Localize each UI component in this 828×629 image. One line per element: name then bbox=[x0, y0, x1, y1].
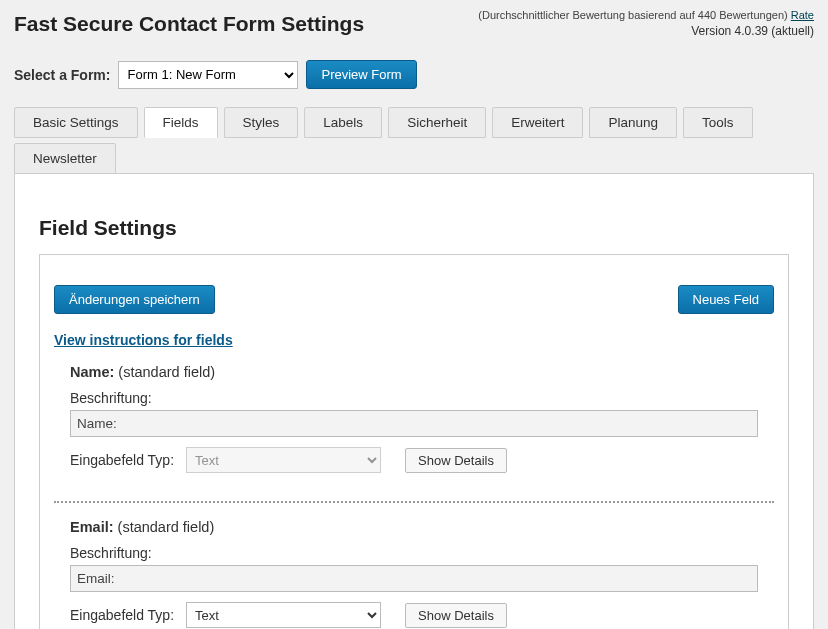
field-heading: Name: (standard field) bbox=[70, 364, 758, 380]
tab-planung[interactable]: Planung bbox=[589, 107, 677, 138]
typ-select[interactable]: Text bbox=[186, 602, 381, 628]
show-details-button[interactable]: Show Details bbox=[405, 448, 507, 473]
page-title: Fast Secure Contact Form Settings bbox=[14, 12, 364, 36]
field-heading: Email: (standard field) bbox=[70, 519, 758, 535]
section-title: Field Settings bbox=[39, 216, 789, 240]
tab-labels[interactable]: Labels bbox=[304, 107, 382, 138]
beschriftung-label: Beschriftung: bbox=[70, 390, 758, 406]
tab-newsletter[interactable]: Newsletter bbox=[14, 143, 116, 174]
field-block-name: Name: (standard field) Beschriftung: Ein… bbox=[54, 356, 774, 487]
rate-link[interactable]: Rate bbox=[791, 9, 814, 21]
new-field-button[interactable]: Neues Feld bbox=[678, 285, 774, 314]
view-instructions-link[interactable]: View instructions for fields bbox=[54, 332, 233, 348]
typ-label: Eingabefeld Typ: bbox=[70, 452, 174, 468]
field-suffix: (standard field) bbox=[118, 519, 215, 535]
tab-tools[interactable]: Tools bbox=[683, 107, 753, 138]
tab-basic-settings[interactable]: Basic Settings bbox=[14, 107, 138, 138]
field-name-label: Name: bbox=[70, 364, 114, 380]
field-separator bbox=[54, 501, 774, 503]
show-details-button[interactable]: Show Details bbox=[405, 603, 507, 628]
beschriftung-input[interactable] bbox=[70, 410, 758, 437]
field-block-email: Email: (standard field) Beschriftung: Ei… bbox=[54, 511, 774, 629]
field-suffix: (standard field) bbox=[118, 364, 215, 380]
tab-erweitert[interactable]: Erweitert bbox=[492, 107, 583, 138]
typ-label: Eingabefeld Typ: bbox=[70, 607, 174, 623]
tab-fields[interactable]: Fields bbox=[144, 107, 218, 138]
tab-row-secondary: Newsletter bbox=[14, 143, 814, 174]
version-text: Version 4.0.39 (aktuell) bbox=[691, 24, 814, 38]
form-select[interactable]: Form 1: New Form bbox=[118, 61, 298, 89]
field-name-label: Email: bbox=[70, 519, 114, 535]
tab-sicherheit[interactable]: Sicherheit bbox=[388, 107, 486, 138]
typ-select: Text bbox=[186, 447, 381, 473]
beschriftung-label: Beschriftung: bbox=[70, 545, 758, 561]
field-settings-box: Änderungen speichern Neues Feld View ins… bbox=[39, 254, 789, 629]
tab-row-primary: Basic Settings Fields Styles Labels Sich… bbox=[14, 107, 814, 138]
rating-text: (Durchschnittlicher Bewertung basierend … bbox=[478, 9, 787, 21]
save-changes-button[interactable]: Änderungen speichern bbox=[54, 285, 215, 314]
beschriftung-input[interactable] bbox=[70, 565, 758, 592]
header-meta: (Durchschnittlicher Bewertung basierend … bbox=[478, 8, 814, 40]
tab-styles[interactable]: Styles bbox=[224, 107, 299, 138]
settings-panel: Field Settings Änderungen speichern Neue… bbox=[14, 173, 814, 629]
preview-form-button[interactable]: Preview Form bbox=[306, 60, 416, 89]
select-form-label: Select a Form: bbox=[14, 67, 110, 83]
